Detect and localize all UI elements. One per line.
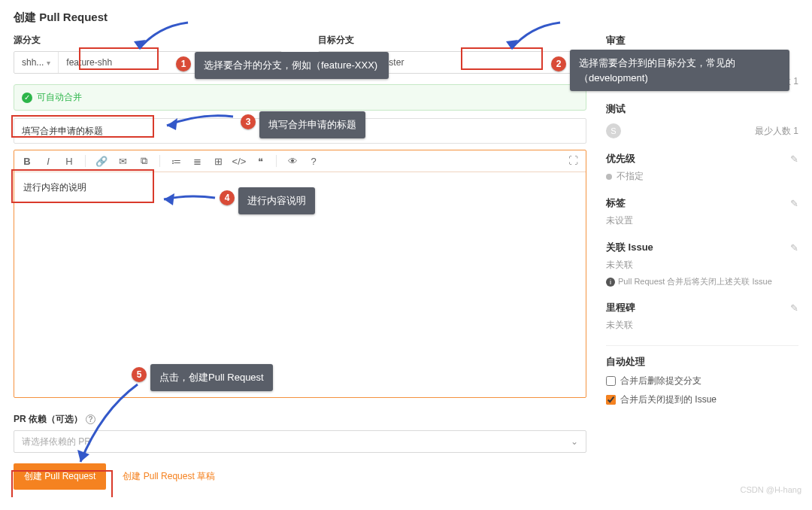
annotation-badge-2: 2 [551,56,566,71]
auto-title: 自动处理 [606,355,645,369]
code-icon[interactable]: </> [234,156,244,167]
priority-title: 优先级 [606,152,635,165]
mail-icon[interactable]: ✉ [117,156,128,167]
edit-icon[interactable]: ✎ [790,198,798,209]
expand-icon[interactable]: ⛶ [568,155,578,166]
test-min: 最少人数 1 [755,125,798,138]
table-icon[interactable]: ⊞ [213,156,223,167]
checkbox-input[interactable] [606,376,616,386]
annotation-5: 点击，创建Pull Request [150,364,273,391]
annotation-3: 填写合并申请的标题 [259,111,365,138]
edit-icon[interactable]: ✎ [790,242,798,253]
labels-value: 未设置 [606,214,798,227]
list-ol-icon[interactable]: ≣ [192,156,202,167]
merge-status-text: 可自动合并 [37,91,82,104]
annotation-badge-1: 1 [176,56,191,71]
pr-dep-placeholder: 请选择依赖的 PR [22,436,91,448]
test-title: 测试 [606,102,626,116]
preview-icon[interactable]: 👁 [287,156,298,167]
heading-icon[interactable]: H [64,156,74,167]
annotation-2: 选择需要合并到的目标分支，常见的（development) [570,50,789,91]
watermark: CSDN @H-hang [741,485,801,494]
help-icon[interactable]: ? [308,156,319,167]
italic-icon[interactable]: I [43,156,53,167]
labels-title: 标签 [606,196,626,210]
delete-branch-label: 合并后删除提交分支 [620,375,701,387]
quote-icon[interactable]: ❝ [255,156,265,167]
attachment-icon[interactable]: ⧉ [138,155,149,167]
annotation-badge-5: 5 [132,367,147,382]
editor-toolbar: B I H 🔗 ✉ ⧉ ≔ ≣ ⊞ </> ❝ 👁 ? ⛶ [14,150,586,172]
annotation-badge-4: 4 [220,190,235,205]
create-draft-button[interactable]: 创建 Pull Request 草稿 [123,470,215,483]
create-pr-button[interactable]: 创建 Pull Request [14,463,106,490]
list-ul-icon[interactable]: ≔ [171,156,181,167]
annotation-1: 选择要合并的分支，例如（feature-XXX) [195,52,389,79]
issue-value: 未关联 [606,259,798,272]
issue-note: Pull Request 合并后将关闭上述关联 Issue [618,277,772,286]
review-title: 审查 [606,34,626,47]
bold-icon[interactable]: B [22,156,32,167]
annotation-4: 进行内容说明 [238,187,315,214]
delete-branch-checkbox[interactable]: 合并后删除提交分支 [606,375,798,387]
info-icon: i [606,278,615,287]
source-branch-label: 源分支 [14,34,282,47]
link-icon[interactable]: 🔗 [96,156,107,167]
target-branch-label: 目标分支 [318,34,586,47]
annotation-badge-3: 3 [241,114,256,129]
page-title: 创建 Pull Request [14,11,798,25]
main-column: 源分支 shh...▾ feature-shh▾ › 目标分支 g/hang▾ … [14,34,586,490]
milestone-value: 未关联 [606,319,798,332]
source-branch: feature-shh [66,57,112,68]
merge-status: ✓ 可自动合并 [14,84,586,111]
checkbox-input[interactable] [606,395,616,405]
sidebar: 审查 审查人员 S 最少人数 1 测试 S 最少人数 1 优先级 ✎ 不指定 标… [606,34,798,490]
close-issue-label: 合并后关闭提到的 Issue [620,393,717,406]
close-issue-checkbox[interactable]: 合并后关闭提到的 Issue [606,393,798,406]
priority-value: 不指定 [617,171,644,181]
caret-down-icon: ⌄ [571,436,578,447]
avatar[interactable]: S [606,123,621,138]
edit-icon[interactable]: ✎ [790,153,798,165]
caret-down-icon: ▾ [47,59,50,67]
pr-dep-select[interactable]: 请选择依赖的 PR ⌄ [14,430,586,453]
check-icon: ✓ [22,93,32,103]
edit-icon[interactable]: ✎ [790,302,798,314]
milestone-title: 里程碑 [606,301,635,314]
dot-icon [606,174,612,180]
help-icon[interactable]: ? [86,414,95,424]
pr-dep-label: PR 依赖（可选）? [14,413,586,426]
issue-title: 关联 Issue [606,241,653,254]
source-repo: shh... [22,57,44,68]
